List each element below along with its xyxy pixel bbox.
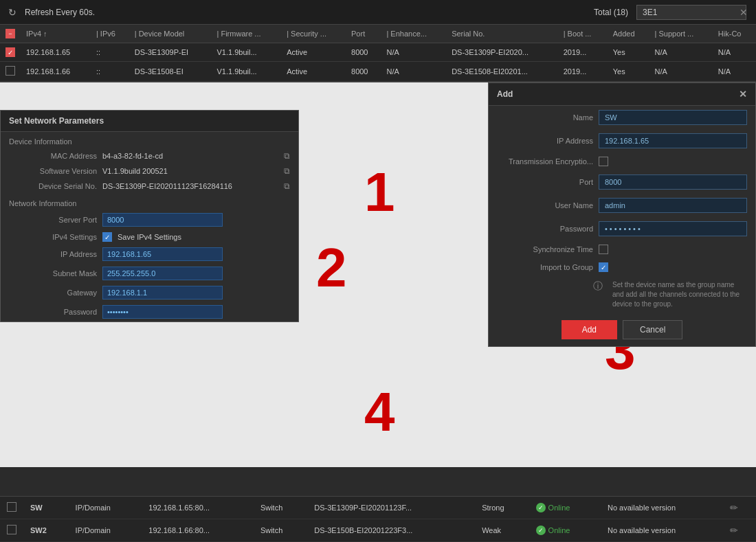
- add-password-label: Password: [497, 225, 593, 233]
- step-4-label: 4: [364, 385, 395, 440]
- bottom-table: SW IP/Domain 192.168.1.65:80... Switch D…: [0, 496, 756, 542]
- add-transmission-label: Transmission Encryptio...: [497, 157, 593, 166]
- ipv4-settings-label: IPv4 Settings: [21, 233, 97, 241]
- set-network-dialog: Set Network Parameters Device Informatio…: [0, 110, 299, 322]
- refresh-icon[interactable]: ↻: [8, 7, 16, 18]
- device-model-1: DS-3E1508-EI: [129, 62, 212, 82]
- add-sync-time-label: Synchronize Time: [497, 245, 593, 253]
- main-area: 1 2 4 3 Set Network Parameters Device In…: [0, 82, 756, 467]
- device-firmware-1: V1.1.9buil...: [212, 62, 282, 82]
- device-serial-0: DS-3E1309P-EI2020...: [446, 43, 558, 62]
- add-dialog: Add ✕ Name IP Address Transmission Encry…: [488, 82, 756, 347]
- device-row-checkbox-1[interactable]: [0, 62, 21, 82]
- col-hikco: Hik-Co: [713, 25, 756, 43]
- bottom-name-1: SW2: [23, 519, 69, 542]
- add-username-input[interactable]: [599, 198, 747, 213]
- col-support: | Support ...: [649, 25, 713, 43]
- password-input[interactable]: [102, 305, 223, 319]
- device-firmware-0: V1.1.9buil...: [212, 43, 282, 62]
- subnet-label: Subnet Mask: [21, 269, 97, 278]
- device-enhanced-1: N/A: [381, 62, 446, 82]
- bottom-row-checkbox-0[interactable]: [0, 497, 23, 519]
- add-ip-input[interactable]: [599, 133, 747, 148]
- device-info-section: Device Information: [1, 132, 298, 148]
- bottom-type-0: IP/Domain: [69, 497, 142, 519]
- device-boot-1: 2019...: [558, 62, 608, 82]
- search-clear-icon[interactable]: ✕: [740, 7, 748, 18]
- device-boot-0: 2019...: [558, 43, 608, 62]
- device-serial-1: DS-3E1508-EI20201...: [446, 62, 558, 82]
- gateway-label: Gateway: [21, 289, 97, 297]
- device-enhanced-0: N/A: [381, 43, 446, 62]
- serial-copy-icon[interactable]: ⧉: [284, 181, 290, 191]
- network-info-section: Network Information: [1, 194, 298, 210]
- gateway-input[interactable]: [102, 286, 223, 300]
- status-dot-0: [536, 503, 546, 512]
- bottom-table-row: SW2 IP/Domain 192.168.1.66:80... Switch …: [0, 519, 756, 542]
- add-dialog-titlebar: Add ✕: [489, 83, 755, 106]
- device-model-0: DS-3E1309P-EI: [129, 43, 212, 62]
- save-ipv4-checkbox[interactable]: ✓: [102, 232, 112, 242]
- save-ipv4-label: Save IPv4 Settings: [118, 233, 181, 241]
- device-ipv6-0: ::: [91, 43, 129, 62]
- sw-version-copy-icon[interactable]: ⧉: [284, 166, 290, 176]
- password-label: Password: [21, 308, 97, 316]
- add-dialog-close-icon[interactable]: ✕: [739, 89, 747, 100]
- add-password-input[interactable]: [599, 221, 747, 236]
- sw-version-value: V1.1.9build 200521: [102, 167, 278, 175]
- add-name-label: Name: [497, 113, 593, 122]
- bottom-type-1: IP/Domain: [69, 519, 142, 542]
- add-dialog-title: Add: [497, 89, 513, 99]
- add-name-input[interactable]: [599, 110, 747, 125]
- col-ipv4: IPv4 ↑: [21, 25, 91, 43]
- device-hikco-0: N/A: [713, 43, 756, 62]
- mac-label: MAC Address: [21, 152, 97, 160]
- bottom-row-checkbox-1[interactable]: [0, 519, 23, 542]
- bottom-security-0: Strong: [475, 497, 529, 519]
- search-input[interactable]: [636, 5, 746, 20]
- server-port-label: Server Port: [21, 216, 97, 224]
- total-label: Total (18): [594, 8, 628, 17]
- col-added: Added: [608, 25, 649, 43]
- bottom-serial-0: DS-3E1309P-EI20201123F...: [307, 497, 475, 519]
- import-group-checkbox[interactable]: ✓: [599, 262, 608, 272]
- bottom-status-1: Online: [529, 519, 601, 542]
- bottom-name-0: SW: [23, 497, 69, 519]
- device-added-0: Yes: [608, 43, 649, 62]
- device-port-0: 8000: [346, 43, 381, 62]
- sw-version-label: Software Version: [21, 167, 97, 175]
- select-all-header[interactable]: −: [0, 25, 21, 43]
- device-ipv4-0: 192.168.1.65: [21, 43, 91, 62]
- add-confirm-button[interactable]: Add: [562, 320, 617, 339]
- status-dot-1: [536, 526, 546, 535]
- add-cancel-button[interactable]: Cancel: [623, 320, 682, 339]
- col-enhanced: | Enhance...: [381, 25, 446, 43]
- transmission-checkbox[interactable]: [599, 157, 608, 166]
- col-security: | Security ...: [281, 25, 346, 43]
- ip-address-label: IP Address: [21, 250, 97, 258]
- set-network-dialog-title: Set Network Parameters: [1, 111, 298, 132]
- device-table-row: 192.168.1.66 :: DS-3E1508-EI V1.1.9buil.…: [0, 62, 756, 82]
- server-port-input[interactable]: [102, 213, 223, 227]
- sync-time-checkbox[interactable]: [599, 245, 608, 254]
- top-bar: ↻ Refresh Every 60s. Total (18) ✕: [0, 0, 756, 25]
- device-row-checkbox-0[interactable]: ✓: [0, 43, 21, 62]
- serial-value: DS-3E1309P-EI202011123F16284116: [102, 182, 278, 190]
- bottom-edit-0[interactable]: ✏: [723, 497, 756, 519]
- bottom-version-1: No available version: [601, 519, 723, 542]
- subnet-input[interactable]: [102, 267, 223, 280]
- edit-icon-0: ✏: [730, 502, 738, 513]
- ip-address-input[interactable]: [102, 247, 223, 261]
- bottom-address-0: 192.168.1.65:80...: [142, 497, 254, 519]
- add-port-input[interactable]: [599, 174, 747, 190]
- device-table: − IPv4 ↑ | IPv6 | Device Model | Firmwar…: [0, 25, 756, 82]
- mac-copy-icon[interactable]: ⧉: [284, 151, 290, 161]
- device-ipv4-1: 192.168.1.66: [21, 62, 91, 82]
- device-added-1: Yes: [608, 62, 649, 82]
- info-icon: ⓘ: [593, 280, 607, 293]
- device-support-0: N/A: [649, 43, 713, 62]
- col-model: | Device Model: [129, 25, 212, 43]
- col-port: Port: [346, 25, 381, 43]
- bottom-table-row: SW IP/Domain 192.168.1.65:80... Switch D…: [0, 497, 756, 519]
- bottom-edit-1[interactable]: ✏: [723, 519, 756, 542]
